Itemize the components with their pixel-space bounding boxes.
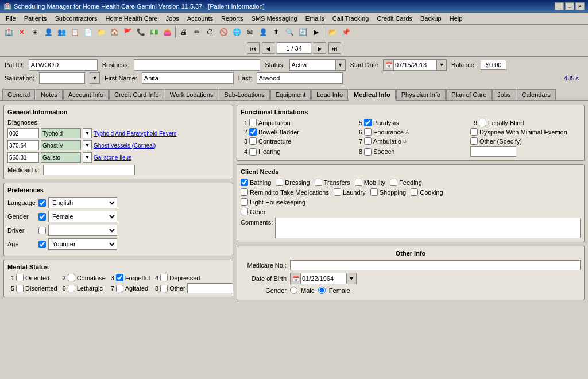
nav-current[interactable]: 1 / 34 [277, 42, 311, 54]
fl-amputation-check[interactable] [249, 119, 257, 126]
diag-short-3[interactable] [41, 152, 81, 163]
tb-btn-grid[interactable]: ⊞ [29, 26, 41, 38]
salutation-input[interactable] [39, 72, 85, 84]
tb-btn-refresh[interactable]: 🔄 [296, 26, 309, 38]
medicare-input[interactable] [290, 260, 581, 270]
cn-bathing-check[interactable] [241, 179, 248, 186]
tb-btn-stop[interactable]: 🚫 [217, 26, 230, 38]
ms-disoriented-check[interactable] [16, 285, 24, 292]
menu-subcontractors[interactable]: Subcontractors [51, 14, 100, 23]
business-input[interactable] [134, 59, 260, 71]
tb-btn-doc2[interactable]: 📄 [82, 26, 94, 38]
tb-btn-clock[interactable]: ⏱ [204, 26, 216, 38]
tb-btn-folder[interactable]: 📂 [326, 26, 339, 38]
menu-home-health-care[interactable]: Home Health Care [102, 14, 161, 23]
diag-dropdown-2[interactable]: ▼ [83, 140, 92, 150]
tb-btn-flag[interactable]: 🚩 [121, 26, 134, 38]
tab-medical-info[interactable]: Medical Info [349, 89, 396, 101]
cn-laundry-check[interactable] [334, 188, 341, 196]
gender-female-radio[interactable] [318, 287, 326, 294]
tb-btn-user1[interactable]: 👤 [42, 26, 55, 38]
pat-id-input[interactable]: ATWOOD [29, 59, 98, 71]
diag-dropdown-3[interactable]: ▼ [83, 152, 92, 163]
minimize-btn[interactable]: _ [555, 2, 564, 10]
cn-shopping-check[interactable] [370, 188, 378, 196]
tb-btn-pin[interactable]: 📌 [339, 26, 352, 38]
cn-cooking-check[interactable] [411, 188, 418, 196]
menu-reports[interactable]: Reports [218, 14, 247, 23]
cn-transfers-check[interactable] [315, 179, 322, 186]
tb-icon-app[interactable]: 🏥 [2, 26, 15, 38]
tb-btn-user2[interactable]: 👥 [55, 26, 68, 38]
status-input[interactable]: Active [289, 59, 335, 71]
salutation-dropdown[interactable]: ▼ [90, 72, 100, 84]
maximize-btn[interactable]: □ [565, 2, 574, 10]
tb-btn-home[interactable]: 🏠 [108, 26, 121, 38]
menu-accounts[interactable]: Accounts [184, 14, 216, 23]
ms-other-check[interactable] [160, 285, 168, 292]
menu-emails[interactable]: Emails [302, 14, 328, 23]
tab-notes[interactable]: Notes [36, 89, 63, 100]
tb-btn-go[interactable]: ▶ [310, 26, 322, 38]
ms-oriented-check[interactable] [16, 274, 24, 281]
nav-next[interactable]: ▶ [314, 42, 326, 54]
language-checkbox[interactable] [38, 199, 46, 207]
tb-btn-up[interactable]: ⬆ [270, 26, 283, 38]
fl-contracture-check[interactable] [249, 137, 257, 145]
menu-jobs[interactable]: Jobs [163, 14, 183, 23]
nav-last[interactable]: ⏭ [328, 42, 341, 54]
tb-btn-money[interactable]: 💵 [148, 26, 160, 38]
start-date-dropdown[interactable]: ▼ [436, 59, 447, 71]
tab-work-locations[interactable]: Work Locations [165, 89, 219, 100]
age-checkbox[interactable] [38, 241, 46, 248]
diag-code-2[interactable] [7, 140, 39, 150]
tb-btn-search[interactable]: 🔍 [283, 26, 296, 38]
ms-comatose-check[interactable] [68, 274, 75, 281]
ms-depressed-check[interactable] [160, 274, 168, 281]
fl-ambulatio-check[interactable] [364, 137, 372, 145]
fl-speech-check[interactable] [364, 148, 372, 156]
diag-short-2[interactable] [41, 140, 81, 150]
tb-btn-edit[interactable]: ✏ [191, 26, 203, 38]
last-input[interactable]: Atwood [257, 72, 343, 84]
medicaid-input[interactable] [43, 165, 135, 175]
tb-btn-doc3[interactable]: 📁 [95, 26, 107, 38]
fl-speech-input[interactable] [470, 146, 516, 157]
diag-full-2[interactable]: Ghost Vessels (Corneal) [94, 142, 156, 149]
ms-lethargic-check[interactable] [68, 285, 75, 292]
tb-btn-close[interactable]: ✕ [16, 26, 28, 38]
dob-input[interactable]: 01/22/1964 [300, 273, 346, 284]
gender-pref-checkbox[interactable] [38, 213, 46, 221]
fl-other-specify-check[interactable] [470, 137, 478, 145]
age-select[interactable]: Younger Older Same Age [48, 238, 117, 250]
first-name-input[interactable]: Anita [142, 72, 234, 84]
ms-forgetful-check[interactable] [116, 274, 123, 281]
tab-equipment[interactable]: Equipment [270, 89, 311, 100]
nav-prev[interactable]: ◀ [262, 42, 274, 54]
ms-agitated-check[interactable] [116, 285, 123, 292]
menu-backup[interactable]: Backup [417, 14, 445, 23]
diag-code-1[interactable] [7, 128, 39, 138]
language-select[interactable]: English Spanish French [48, 197, 117, 208]
gender-pref-select[interactable]: Female Male [48, 211, 117, 222]
diag-dropdown-1[interactable]: ▼ [83, 128, 92, 138]
tab-credit-card-info[interactable]: Credit Card Info [109, 89, 164, 100]
driver-select[interactable]: Yes No [48, 225, 117, 236]
tab-jobs[interactable]: Jobs [492, 89, 516, 100]
menu-file[interactable]: File [2, 14, 20, 23]
close-btn[interactable]: ✕ [575, 2, 585, 10]
fl-bowel-check[interactable] [249, 128, 257, 136]
four-eighty-five-link[interactable]: 485's [559, 74, 583, 83]
tb-btn-email[interactable]: ✉ [243, 26, 256, 38]
tab-sub-locations[interactable]: Sub-Locations [219, 89, 269, 100]
cn-housekeeping-check[interactable] [241, 198, 248, 206]
menu-call-tracking[interactable]: Call Tracking [329, 14, 373, 23]
diag-full-1[interactable]: Typhoid And Paratyphoid Fevers [94, 130, 177, 137]
dob-icon[interactable]: 📅 [290, 273, 300, 284]
cn-feeding-check[interactable] [390, 179, 397, 186]
dob-dropdown[interactable]: ▼ [346, 273, 357, 284]
cn-meds-check[interactable] [241, 188, 248, 196]
ms-other-text[interactable] [187, 283, 233, 293]
diag-code-3[interactable] [7, 152, 39, 163]
tab-lead-info[interactable]: Lead Info [311, 89, 348, 100]
